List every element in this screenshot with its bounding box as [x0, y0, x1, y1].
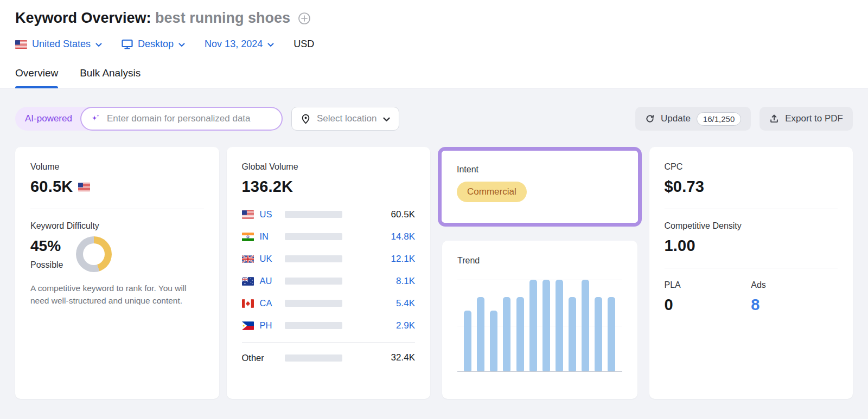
keyword-difficulty-level: Possible	[30, 260, 63, 270]
keyword-difficulty-description: A competitive keyword to rank for. You w…	[30, 282, 193, 307]
export-icon	[769, 114, 779, 124]
metrics-grid: Volume 60.5K Keyword Difficulty 45% Poss…	[15, 147, 853, 399]
trend-bar	[582, 280, 589, 371]
tab-bulk-analysis[interactable]: Bulk Analysis	[80, 67, 141, 88]
cpc-card: CPC $0.73 Competitive Density 1.00 PLA 0…	[649, 147, 853, 399]
geo-row-other: Other 32.4K	[242, 342, 416, 369]
currency-label: USD	[293, 38, 314, 50]
us-flag-icon	[78, 183, 90, 191]
competitive-density-value: 1.00	[665, 237, 838, 255]
ads-label: Ads	[751, 280, 838, 290]
volume-label: Volume	[30, 162, 204, 172]
country-filter[interactable]: United States	[15, 38, 102, 50]
ads-value-link[interactable]: 8	[751, 296, 838, 314]
trend-bars	[464, 280, 616, 371]
trend-chart	[457, 280, 622, 372]
us-flag-icon	[242, 210, 254, 219]
domain-input[interactable]	[106, 113, 273, 125]
geo-other-label: Other	[242, 353, 285, 363]
ads-block: Ads 8	[751, 280, 838, 314]
geo-value-link[interactable]: 8.1K	[342, 276, 416, 287]
us-flag-icon	[15, 40, 27, 49]
trend-bar	[490, 311, 497, 371]
sparkle-icon	[90, 113, 101, 124]
geo-bar	[285, 300, 342, 307]
geo-value-link[interactable]: 14.8K	[342, 231, 416, 242]
country-filter-label: United States	[32, 38, 91, 50]
uk-flag-icon	[242, 255, 254, 263]
geo-bar	[285, 255, 342, 262]
keyword-difficulty-donut	[76, 236, 112, 272]
page-header: Keyword Overview: best running shoes Uni…	[0, 0, 868, 88]
geo-code-link[interactable]: PH	[260, 320, 285, 331]
select-location-dropdown[interactable]: Select location	[291, 107, 399, 131]
date-filter-label: Nov 13, 2024	[205, 38, 263, 50]
trend-bar	[477, 297, 484, 371]
tab-bar: Overview Bulk Analysis	[15, 67, 853, 88]
intent-label: Intent	[457, 165, 623, 175]
global-volume-value: 136.2K	[242, 178, 416, 196]
geo-bar	[285, 322, 342, 329]
geo-code-link[interactable]: US	[260, 209, 285, 220]
add-keyword-icon[interactable]	[298, 12, 311, 25]
tab-overview[interactable]: Overview	[15, 67, 58, 88]
trend-bar	[542, 280, 550, 371]
pla-value: 0	[665, 296, 751, 314]
ca-flag-icon	[242, 299, 254, 308]
export-pdf-label: Export to PDF	[785, 113, 843, 124]
geo-code-link[interactable]: CA	[260, 298, 285, 308]
cpc-value: $0.73	[665, 178, 838, 196]
geo-code-link[interactable]: AU	[260, 276, 285, 286]
trend-bar	[529, 280, 537, 371]
filter-bar: United States Desktop Nov 13, 2024 USD	[15, 38, 853, 50]
keyword-difficulty-label: Keyword Difficulty	[30, 221, 204, 231]
geo-code-link[interactable]: UK	[260, 254, 285, 264]
ph-flag-icon	[242, 321, 254, 330]
geo-row-uk: UK 12.1K	[242, 248, 416, 270]
intent-commercial-badge[interactable]: Commercial	[457, 182, 527, 202]
geo-row-in: IN 14.8K	[242, 225, 416, 248]
geo-value-link[interactable]: 2.9K	[342, 320, 416, 331]
chevron-down-icon	[95, 43, 102, 47]
trend-bar	[516, 297, 524, 371]
geo-value: 60.5K	[342, 209, 416, 220]
trend-bar	[464, 311, 471, 371]
device-filter-label: Desktop	[138, 38, 174, 50]
ai-powered-domain-input-group: AI-powered	[15, 107, 283, 131]
geo-row-au: AU 8.1K	[242, 270, 416, 292]
refresh-icon	[645, 114, 655, 124]
geo-row-ca: CA 5.4K	[242, 292, 416, 314]
cpc-label: CPC	[665, 162, 838, 172]
update-button[interactable]: Update 16/1,250	[635, 107, 751, 131]
date-filter[interactable]: Nov 13, 2024	[205, 38, 274, 50]
geo-bar	[285, 278, 342, 285]
chevron-down-icon	[178, 43, 185, 47]
geo-row-ph: PH 2.9K	[242, 314, 416, 337]
geo-code-link[interactable]: IN	[260, 231, 285, 242]
keyword-text: best running shoes	[155, 10, 290, 26]
update-button-label: Update	[661, 113, 691, 124]
desktop-icon	[122, 39, 133, 49]
au-flag-icon	[242, 277, 254, 286]
toolbar: AI-powered Select location Update	[15, 107, 853, 131]
trend-label: Trend	[457, 256, 622, 266]
export-pdf-button[interactable]: Export to PDF	[760, 107, 853, 131]
page-title-prefix: Keyword Overview:	[15, 10, 151, 26]
geo-bar	[285, 211, 342, 218]
main-content: AI-powered Select location Update	[0, 88, 868, 399]
geo-value-link[interactable]: 12.1K	[342, 254, 416, 265]
page-title: Keyword Overview: best running shoes	[15, 10, 290, 27]
volume-card: Volume 60.5K Keyword Difficulty 45% Poss…	[15, 147, 219, 399]
geo-bar	[285, 233, 342, 240]
pla-block: PLA 0	[665, 280, 751, 314]
keyword-difficulty-value: 45%	[30, 237, 63, 255]
geo-bar	[285, 354, 342, 362]
pla-label: PLA	[665, 280, 751, 290]
trend-bar	[608, 297, 615, 371]
select-location-label: Select location	[317, 113, 377, 124]
intent-card: Intent Commercial	[442, 151, 638, 223]
geo-value-link[interactable]: 5.4K	[342, 298, 416, 309]
device-filter[interactable]: Desktop	[122, 38, 185, 50]
trend-bar	[503, 297, 510, 371]
domain-input-box[interactable]	[80, 107, 283, 131]
